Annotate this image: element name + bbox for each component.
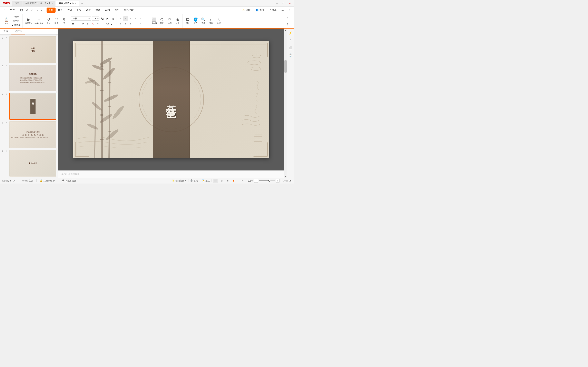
ai-beautify-button[interactable]: ✨ 智能美化 ▼	[172, 179, 187, 182]
slide-canvas[interactable]: 基本笔画	[73, 41, 269, 158]
redo-button[interactable]: ↪	[35, 8, 39, 12]
undo-button[interactable]: ↩	[30, 8, 34, 12]
minimize-button[interactable]: —	[274, 1, 279, 6]
copy-button[interactable]: ⎘ 复制	[11, 19, 21, 23]
scroll-up-button[interactable]: ▲	[285, 29, 287, 32]
paste-button[interactable]: 📋 粘贴	[3, 17, 10, 25]
menu-design[interactable]: 设计	[65, 8, 74, 13]
tab-pptx-close[interactable]: ×	[75, 2, 76, 4]
menu-transition[interactable]: 切换	[75, 8, 84, 13]
ribbon-right-btn2[interactable]: ☆	[285, 16, 291, 21]
underline-button[interactable]: U	[81, 21, 85, 26]
subscript-button[interactable]: X₂	[100, 21, 105, 26]
slide-item-5[interactable]: 5 ★ ◆ 基本笔法	[2, 150, 56, 176]
note-placeholder[interactable]: 单击此处添加备注	[58, 170, 284, 178]
file-menu[interactable]: 文件	[8, 8, 17, 13]
menu-present[interactable]: 放映	[94, 8, 103, 13]
tab-pdf-close[interactable]: ×	[52, 2, 53, 4]
collab-button[interactable]: 👥 协作	[254, 8, 266, 12]
format-painter-button[interactable]: 🖌 格式刷	[11, 23, 21, 27]
properties-button[interactable]: ⚡	[288, 30, 293, 36]
zoom-out-button[interactable]: −	[254, 179, 258, 183]
cut-button[interactable]: ✂ 剪切	[11, 15, 21, 19]
multilevel-list-button[interactable]: ⁝	[128, 21, 133, 26]
fill-button[interactable]: 🪣 填充	[192, 17, 199, 25]
slide-item-2[interactable]: 2 ★ 学习目标 认识学习楷书的意义了，掌握楷书点画规笔法学习字结构的应用，把握…	[2, 65, 56, 91]
tab-slides[interactable]: 幻灯片	[11, 29, 25, 34]
bold-button[interactable]: B	[71, 21, 75, 26]
align-left-button[interactable]: ≡	[118, 16, 123, 21]
scroll-track[interactable]	[285, 32, 287, 175]
char-spacing-button[interactable]: Aa	[105, 21, 110, 26]
hamburger-menu[interactable]: ≡	[2, 7, 7, 13]
tab-outline[interactable]: 大纲	[0, 29, 11, 34]
view-present-button[interactable]: ▶	[232, 179, 236, 183]
textbox-button[interactable]: ⬜ 文本框	[150, 17, 158, 25]
line-spacing-button[interactable]: ↕	[143, 16, 147, 21]
slide-thumb-5[interactable]: ◆ 基本笔法	[9, 150, 56, 176]
zoom-thumb[interactable]	[268, 180, 270, 182]
shapes-button[interactable]: ⬡ 形状	[158, 17, 165, 25]
collapse-ribbon-button[interactable]: ∧	[287, 7, 292, 13]
section-button[interactable]: § 节	[61, 17, 68, 25]
scroll-down-button[interactable]: ▼	[285, 175, 287, 178]
numbered-list-button[interactable]: ⁝	[123, 21, 128, 26]
share-button[interactable]: ↗ 分享	[267, 8, 278, 12]
slide-item-3[interactable]: 3 ★ 基本笔画	[2, 93, 56, 120]
new-slide-button[interactable]: ＋ 新建幻灯片	[34, 17, 44, 25]
favorites-button[interactable]: ☆	[288, 38, 293, 43]
menu-start[interactable]: 开始	[47, 8, 56, 13]
doc-protection[interactable]: 🔓 文档未保护	[40, 179, 55, 182]
reset-button[interactable]: ↺ 重置	[45, 17, 52, 25]
ribbon-right-btn3[interactable]: ↕	[285, 22, 291, 27]
menu-insert[interactable]: 插入	[56, 8, 65, 13]
align-center-button[interactable]: ≡	[123, 16, 128, 21]
font-color-button[interactable]: A	[90, 21, 95, 26]
menu-special[interactable]: 特色功能	[122, 8, 136, 13]
slide-item-1[interactable]: 1 ★ 认识楷体	[2, 36, 56, 63]
current-page-start-button[interactable]: ▶ 当页开始	[24, 17, 33, 25]
layout-button[interactable]: ⬚ 版式	[53, 17, 60, 25]
zoom-slider[interactable]	[259, 180, 275, 181]
slide-thumb-4[interactable]: 《构成汉字的基本笔画》 点、横、竖、撇、捺、钩、挑、折 通过八种基本笔画的规范使…	[9, 121, 56, 148]
save-button[interactable]: 💾	[19, 8, 24, 12]
annotation-button[interactable]: 📝 批注	[202, 179, 210, 182]
bullet-list-button[interactable]: ⁝	[118, 21, 123, 26]
slide-thumb-1[interactable]: 认识楷体	[9, 36, 56, 63]
ribbon-right-btn1[interactable]: ⚡	[285, 14, 291, 15]
italic-button[interactable]: I	[76, 21, 80, 26]
image-button[interactable]: 🖼 图片	[184, 17, 191, 25]
find-button[interactable]: 🔍 查找	[200, 17, 207, 25]
view-slide-button[interactable]: ⊞	[219, 179, 224, 183]
outline-button[interactable]: ◉ 轮廓	[174, 17, 181, 25]
more-status-button[interactable]: ⋯	[240, 179, 244, 183]
increase-indent-button[interactable]: →	[138, 21, 143, 26]
menu-view[interactable]: 视图	[112, 8, 121, 13]
backup-status[interactable]: 💾 本地备份开	[61, 179, 76, 182]
superscript-button[interactable]: X²	[95, 21, 100, 26]
zoom-in-button[interactable]: +	[276, 179, 279, 183]
align-right-button[interactable]: ≡	[128, 16, 133, 21]
slide-item-4[interactable]: 4 ★ 《构成汉字的基本笔画》 点、横、竖、撇、捺、钩、挑、折 通过八种基本笔画…	[2, 121, 56, 148]
replace-button[interactable]: ⇄ 替换	[208, 17, 215, 25]
history-button[interactable]: 🕐	[288, 52, 293, 58]
select-button[interactable]: ↖ 选择	[215, 17, 223, 25]
maximize-button[interactable]: □	[281, 1, 286, 6]
notes-button[interactable]: 💬 备注	[190, 179, 198, 182]
clear-format-button[interactable]: ◎	[111, 16, 115, 21]
menu-review[interactable]: 审阅	[103, 8, 112, 13]
justify-button[interactable]: ≡	[133, 16, 138, 21]
view-normal-button[interactable]: ⬜	[213, 179, 218, 183]
more-undo-button[interactable]: ▼	[39, 8, 44, 12]
vertical-scrollbar[interactable]: ▲ ▼	[284, 29, 287, 178]
tab-pptx[interactable]: 演示文稿5.pptx ×	[56, 1, 79, 6]
slideshow-button[interactable]: ⬜	[288, 45, 293, 50]
decrease-font-button[interactable]: A↓	[105, 16, 110, 21]
decrease-indent-button[interactable]: ←	[133, 21, 138, 26]
increase-font-button[interactable]: A↑	[100, 16, 105, 21]
slide-thumb-3[interactable]: 基本笔画	[9, 93, 56, 120]
menu-animation[interactable]: 动画	[84, 8, 93, 13]
add-tab-button[interactable]: +	[80, 1, 85, 6]
slide-thumb-2[interactable]: 学习目标 认识学习楷书的意义了，掌握楷书点画规笔法学习字结构的应用，把握楷书笔画…	[9, 65, 56, 91]
view-outline-button[interactable]: ≡	[226, 179, 230, 183]
